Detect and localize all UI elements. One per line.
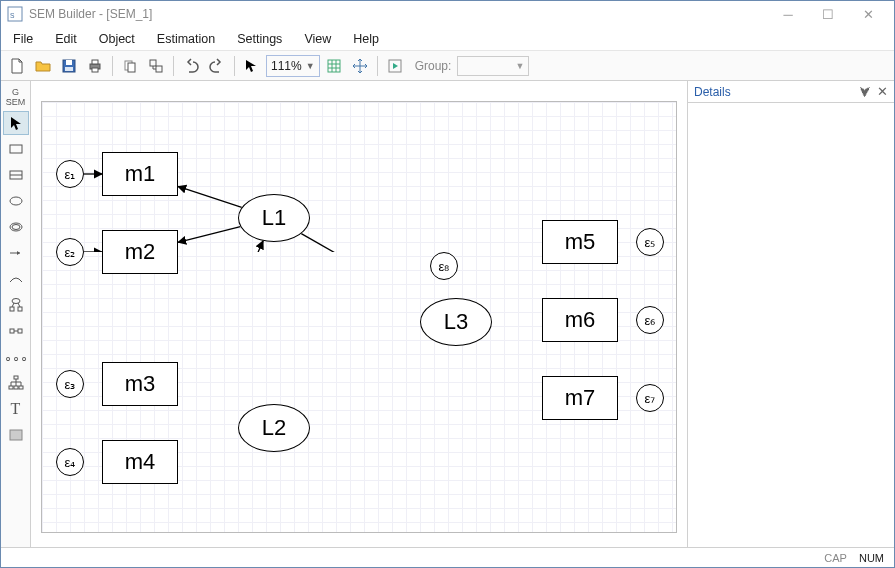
svg-line-24	[12, 303, 14, 307]
svg-rect-23	[18, 307, 22, 311]
status-cap: CAP	[824, 552, 847, 564]
svg-point-19	[12, 225, 20, 230]
new-icon[interactable]	[5, 54, 29, 78]
undo-icon[interactable]	[179, 54, 203, 78]
close-icon[interactable]: ✕	[877, 84, 888, 99]
svg-rect-14	[10, 145, 22, 153]
observed-m6[interactable]: m6	[542, 298, 618, 342]
toolbar: 111% ▼ Group: ▼	[1, 51, 894, 81]
svg-rect-3	[66, 60, 72, 65]
statusbar: CAP NUM	[1, 547, 894, 567]
error-e3[interactable]: ε₃	[56, 370, 84, 398]
menu-file[interactable]: File	[9, 30, 37, 48]
redo-icon[interactable]	[205, 54, 229, 78]
latent-L2[interactable]: L2	[238, 404, 310, 452]
diagram-canvas[interactable]: m1m2m3m4m5m6m7L1L2L3ε₁ε₂ε₃ε₄ε₅ε₆ε₇ε₈	[41, 101, 677, 533]
svg-text:s: s	[10, 10, 15, 20]
latent-L3[interactable]: L3	[420, 298, 492, 346]
menu-help[interactable]: Help	[349, 30, 383, 48]
observed-m3[interactable]: m3	[102, 362, 178, 406]
details-title: Details	[694, 85, 731, 99]
rect-double-tool-icon[interactable]	[3, 163, 29, 187]
error-e5[interactable]: ε₅	[636, 228, 664, 256]
pin-icon[interactable]: ⮟	[859, 85, 871, 99]
zoom-fit-icon[interactable]	[322, 54, 346, 78]
group-dropdown[interactable]: ▼	[457, 56, 529, 76]
chevron-down-icon: ▼	[306, 61, 315, 71]
window-title: SEM Builder - [SEM_1]	[29, 7, 152, 21]
error-e4[interactable]: ε₄	[56, 448, 84, 476]
text-tool-icon[interactable]: T	[3, 397, 29, 421]
zoom-value: 111%	[271, 59, 302, 73]
observed-m2[interactable]: m2	[102, 230, 178, 274]
double-ellipse-tool-icon[interactable]	[3, 215, 29, 239]
menu-object[interactable]: Object	[95, 30, 139, 48]
details-panel: Details ⮟ ✕	[687, 81, 894, 547]
minimize-button[interactable]: ─	[768, 3, 808, 25]
duplicate-icon[interactable]	[144, 54, 168, 78]
area-tool-icon[interactable]	[3, 423, 29, 447]
svg-point-21	[12, 299, 20, 304]
group-label: Group:	[415, 59, 452, 73]
svg-rect-26	[10, 329, 14, 333]
gsem-mode-icon[interactable]: GSEM	[3, 85, 29, 109]
menu-estimation[interactable]: Estimation	[153, 30, 219, 48]
zoom-select[interactable]: 111% ▼	[266, 55, 320, 77]
covariance-tool-icon[interactable]	[3, 267, 29, 291]
zoom-move-icon[interactable]	[348, 54, 372, 78]
menu-settings[interactable]: Settings	[233, 30, 286, 48]
svg-rect-11	[156, 66, 162, 72]
menubar: File Edit Object Estimation Settings Vie…	[1, 27, 894, 51]
svg-rect-6	[92, 60, 98, 64]
save-icon[interactable]	[57, 54, 81, 78]
run-icon[interactable]	[383, 54, 407, 78]
observed-m1[interactable]: m1	[102, 152, 178, 196]
observed-m4[interactable]: m4	[102, 440, 178, 484]
latent-L1[interactable]: L1	[238, 194, 310, 242]
titlebar: s SEM Builder - [SEM_1] ─ ☐ ✕	[1, 1, 894, 27]
observed-m5[interactable]: m5	[542, 220, 618, 264]
svg-point-17	[10, 197, 22, 205]
tree-tool-icon[interactable]	[3, 371, 29, 395]
canvas-area: m1m2m3m4m5m6m7L1L2L3ε₁ε₂ε₃ε₄ε₅ε₆ε₇ε₈	[31, 81, 687, 547]
error-e8[interactable]: ε₈	[430, 252, 458, 280]
menu-view[interactable]: View	[300, 30, 335, 48]
path-tool-icon[interactable]	[3, 241, 29, 265]
svg-line-25	[18, 303, 20, 307]
print-icon[interactable]	[83, 54, 107, 78]
error-e6[interactable]: ε₆	[636, 306, 664, 334]
svg-rect-9	[128, 63, 135, 72]
select-tool-icon[interactable]	[3, 111, 29, 135]
close-button[interactable]: ✕	[848, 3, 888, 25]
svg-rect-30	[9, 386, 13, 389]
window: s SEM Builder - [SEM_1] ─ ☐ ✕ File Edit …	[0, 0, 895, 568]
app-icon: s	[7, 6, 23, 22]
body: GSEM ∘∘∘ T	[1, 81, 894, 547]
rect-tool-icon[interactable]	[3, 137, 29, 161]
error-e2[interactable]: ε₂	[56, 238, 84, 266]
multilevel-tool-icon[interactable]: ∘∘∘	[3, 345, 29, 369]
svg-rect-7	[92, 68, 98, 72]
pointer-zoom-icon[interactable]	[240, 54, 264, 78]
status-num: NUM	[859, 552, 884, 564]
svg-rect-33	[10, 430, 22, 440]
details-header: Details ⮟ ✕	[688, 81, 894, 103]
observed-m7[interactable]: m7	[542, 376, 618, 420]
menu-edit[interactable]: Edit	[51, 30, 81, 48]
ellipse-tool-icon[interactable]	[3, 189, 29, 213]
svg-rect-27	[18, 329, 22, 333]
maximize-button[interactable]: ☐	[808, 3, 848, 25]
group-selector: Group: ▼	[415, 55, 530, 77]
svg-rect-29	[14, 376, 18, 379]
svg-rect-31	[14, 386, 18, 389]
svg-rect-22	[10, 307, 14, 311]
regression-tool-icon[interactable]	[3, 319, 29, 343]
copy-icon[interactable]	[118, 54, 142, 78]
chevron-down-icon: ▼	[515, 61, 524, 71]
measurement-tool-icon[interactable]	[3, 293, 29, 317]
open-icon[interactable]	[31, 54, 55, 78]
error-e7[interactable]: ε₇	[636, 384, 664, 412]
svg-rect-32	[19, 386, 23, 389]
error-e1[interactable]: ε₁	[56, 160, 84, 188]
svg-rect-4	[65, 67, 73, 71]
